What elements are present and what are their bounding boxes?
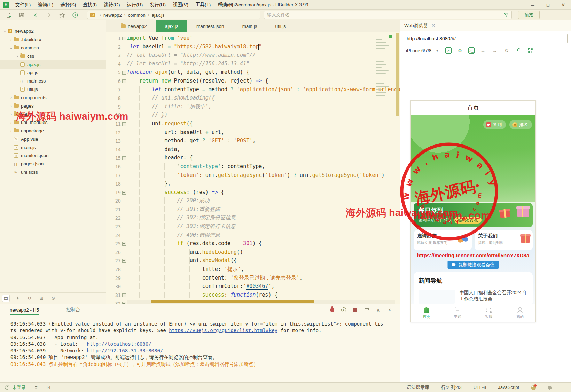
outline-list-icon[interactable]: ≡	[35, 385, 38, 390]
horizontal-scrollbar[interactable]	[127, 300, 395, 304]
menu-item-7[interactable]: 视图(V)	[169, 0, 192, 9]
console-tab-konsole[interactable]: 控制台	[66, 304, 80, 316]
usage-pie-icon[interactable]	[531, 385, 536, 390]
pill--[interactable]: 签到	[483, 120, 506, 129]
code-line-14[interactable]: 14 data,	[106, 146, 400, 154]
fold-marker-icon[interactable]	[121, 154, 127, 163]
code-line-22[interactable]: 22 // 302:绑定身份证信息	[106, 214, 400, 222]
fold-marker-icon[interactable]	[121, 257, 127, 265]
code-line-17[interactable]: 17 'token': uni.getStorageSync('token') …	[106, 171, 400, 180]
status--2-43[interactable]: 行:2 列:43	[441, 384, 462, 391]
console-link[interactable]: http://localhost:8080/	[87, 341, 151, 347]
code-line-8[interactable]: 8 // uni.showLoading({	[106, 94, 400, 103]
maximize-button[interactable]: □	[540, 0, 556, 10]
phone-tab--[interactable]: 申购	[442, 304, 474, 322]
menu-item-3[interactable]: 查找(I)	[79, 0, 100, 9]
qr-code-icon[interactable]	[527, 47, 534, 54]
card--[interactable]: 关于我们提现，即刻到账	[475, 230, 533, 250]
web-browser-tab[interactable]: Web浏览器	[404, 23, 428, 29]
tree-item-manifest-json[interactable]: ◎manifest.json	[0, 151, 106, 160]
tree-item-uni-modules[interactable]: ›uni_modules	[0, 118, 106, 127]
code-line-10[interactable]: 10 // })	[106, 111, 400, 120]
minimize-button[interactable]: ─	[525, 0, 540, 10]
menu-item-2[interactable]: 选择(S)	[57, 0, 79, 9]
phone-tab--[interactable]: 我的	[504, 304, 536, 322]
navigate-forward-button[interactable]	[45, 11, 53, 19]
code-line-1[interactable]: 1import Vue from 'vue'	[106, 34, 400, 43]
code-line-21[interactable]: 21 // 301:重新登陆	[106, 205, 400, 214]
run-button[interactable]	[71, 11, 79, 19]
code-line-20[interactable]: 20 // 200:成功	[106, 197, 400, 205]
minimap[interactable]	[375, 34, 393, 132]
phone-tab--[interactable]: 首页	[411, 304, 442, 322]
code-line-28[interactable]: 28 title: '提示',	[106, 265, 400, 274]
pill--[interactable]: 排名	[509, 120, 532, 129]
menu-item-8[interactable]: 工具(T)	[192, 0, 214, 9]
menu-item-1[interactable]: 编辑(E)	[34, 0, 57, 9]
code-line-24[interactable]: 24 // 400:错误信息	[106, 231, 400, 240]
tree-item-components[interactable]: ›components	[0, 93, 106, 102]
console-tab-newapp2-h5[interactable]: newapp2 - H5	[10, 304, 39, 316]
chevron-right-icon[interactable]: ›	[15, 54, 20, 58]
code-line-23[interactable]: 23 // 303:绑定银行卡信息	[106, 222, 400, 231]
settings-icon[interactable]: ⊙	[49, 295, 57, 302]
fold-marker-icon[interactable]	[121, 120, 127, 128]
status-utf-8[interactable]: UTF-8	[473, 385, 486, 390]
tree-item-common[interactable]: ⌄common	[0, 44, 106, 52]
horizontal-scrollbar-thumb[interactable]	[151, 300, 314, 303]
code-line-19[interactable]: 19 success: (res) => {	[106, 188, 400, 197]
chevron-down-icon[interactable]: ⌄	[8, 46, 14, 50]
url-input[interactable]: http://localhost:8080/#/	[404, 34, 568, 43]
notification-bell-icon[interactable]	[548, 386, 552, 389]
news-item[interactable]: 中国人口福利基金会召开2024 年工作总结汇报会	[459, 290, 528, 304]
browser-tab-close-icon[interactable]: ✕	[431, 23, 435, 28]
save-button[interactable]	[17, 11, 26, 19]
tree-item-util-js[interactable]: Jutil.js	[0, 85, 106, 94]
menu-item-6[interactable]: 发行(U)	[146, 0, 169, 9]
menu-item-5[interactable]: 运行(R)	[124, 0, 147, 9]
chevron-right-icon[interactable]: ›	[8, 120, 14, 125]
code-line-3[interactable]: 3// let baseUrl = "http://www.admin.com"…	[106, 51, 400, 60]
extensions-icon[interactable]: ✦	[14, 295, 22, 302]
close-icon[interactable]: ×	[386, 307, 393, 313]
chevron-right-icon[interactable]: ›	[8, 104, 14, 108]
code-line-2[interactable]: 2 let baseUrl = "https://582.haiwaiym18.…	[106, 43, 400, 52]
code-line-26[interactable]: 26 uni.hideLoading()	[106, 248, 400, 257]
filter-icon[interactable]	[504, 13, 509, 17]
code-line-16[interactable]: 16 'content-type': contentType,	[106, 163, 400, 171]
vertical-scrollbar-thumb[interactable]	[396, 33, 399, 116]
code-line-25[interactable]: 25 if (res.data.code == 301) {	[106, 240, 400, 248]
forward-icon[interactable]: →	[491, 47, 498, 54]
collapse-icon[interactable]: ∧	[375, 307, 381, 313]
console-link[interactable]: https://vuejs.org/guide/list.html#key	[169, 328, 277, 333]
editor-tab-manifest-json[interactable]: manifest.json	[187, 20, 233, 32]
history-icon[interactable]: ↺	[26, 295, 33, 302]
terminal-box-icon[interactable]: ⊡	[47, 385, 50, 390]
code-line-6[interactable]: 6 return new Promise((resolve, reject) =…	[106, 77, 400, 86]
tree-item-api-js[interactable]: Japi.js	[0, 69, 106, 77]
chevron-right-icon[interactable]: ›	[8, 112, 14, 116]
breadcrumb-item-ajax-js[interactable]: ajax.js	[152, 13, 165, 18]
code-line-11[interactable]: 11 uni.request({	[106, 120, 400, 128]
file-search-input[interactable]: 输入文件名	[264, 11, 512, 19]
code-line-12[interactable]: 12 url: baseUrl + url,	[106, 128, 400, 137]
fold-marker-icon[interactable]	[121, 291, 127, 300]
layout-icon[interactable]: ⊞	[38, 295, 45, 302]
status-javascript[interactable]: JavaScript	[498, 385, 519, 390]
tree-item-newapp2[interactable]: ⌄Unewapp2	[0, 27, 106, 36]
open-external-icon[interactable]: ↗	[445, 47, 452, 54]
favorite-button[interactable]	[58, 11, 66, 19]
run-icon[interactable]: ▸	[341, 307, 347, 313]
tree-item-main-js[interactable]: Jmain.js	[0, 143, 106, 151]
fold-marker-icon[interactable]	[121, 34, 127, 43]
tree-item-static[interactable]: ›static	[0, 110, 106, 118]
code-line-27[interactable]: 27 uni.showModal({	[106, 257, 400, 265]
tree-item--hbuilderx[interactable]: ›.hbuilderx	[0, 36, 106, 44]
status--[interactable]: 语法提示库	[407, 384, 429, 391]
code-line-4[interactable]: 4// let baseUrl = "http://156.245.13.41"	[106, 60, 400, 69]
stop-icon[interactable]	[352, 307, 358, 313]
fold-marker-icon[interactable]	[121, 240, 127, 248]
tree-item-pages-json[interactable]: [ ]pages.json	[0, 160, 106, 168]
editor-tab-main-js[interactable]: main.js	[233, 20, 266, 32]
tree-item-ajax-js[interactable]: Jajax.js	[0, 60, 106, 69]
